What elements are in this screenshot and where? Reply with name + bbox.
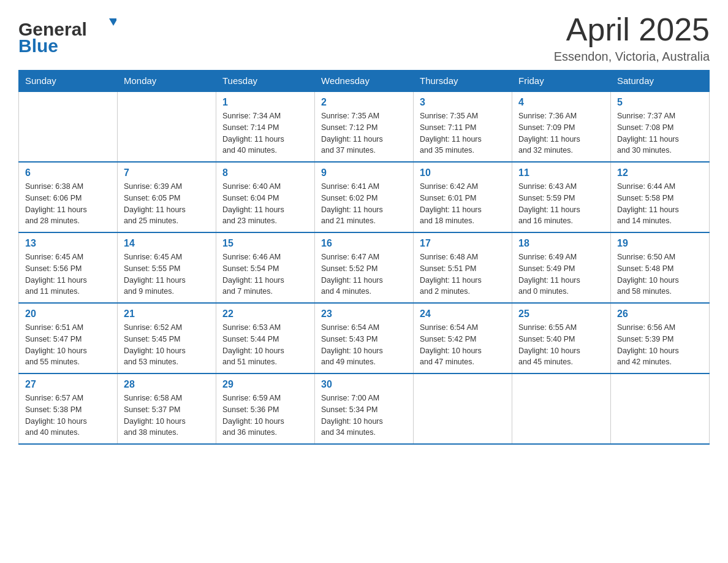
day-number: 23	[321, 308, 407, 320]
calendar-cell: 25Sunrise: 6:55 AMSunset: 5:40 PMDayligh…	[512, 303, 611, 373]
column-header-tuesday: Tuesday	[216, 71, 315, 92]
day-info: Sunrise: 6:42 AMSunset: 6:01 PMDaylight:…	[420, 181, 506, 227]
calendar-cell: 8Sunrise: 6:40 AMSunset: 6:04 PMDaylight…	[216, 162, 315, 232]
calendar-cell: 2Sunrise: 7:35 AMSunset: 7:12 PMDaylight…	[315, 91, 414, 162]
calendar-cell: 5Sunrise: 7:37 AMSunset: 7:08 PMDaylight…	[611, 91, 710, 162]
calendar-cell: 3Sunrise: 7:35 AMSunset: 7:11 PMDaylight…	[414, 91, 512, 162]
calendar-cell: 27Sunrise: 6:57 AMSunset: 5:38 PMDayligh…	[19, 373, 118, 444]
day-number: 11	[518, 167, 604, 178]
day-number: 4	[518, 97, 604, 108]
day-info: Sunrise: 6:53 AMSunset: 5:44 PMDaylight:…	[222, 322, 308, 368]
day-info: Sunrise: 6:51 AMSunset: 5:47 PMDaylight:…	[25, 322, 111, 368]
calendar-cell	[611, 373, 710, 444]
calendar-cell: 7Sunrise: 6:39 AMSunset: 6:05 PMDaylight…	[118, 162, 216, 232]
calendar-cell: 11Sunrise: 6:43 AMSunset: 5:59 PMDayligh…	[512, 162, 611, 232]
day-info: Sunrise: 7:35 AMSunset: 7:11 PMDaylight:…	[420, 110, 506, 156]
location-subtitle: Essendon, Victoria, Australia	[554, 50, 710, 64]
day-number: 9	[321, 167, 407, 178]
month-title: April 2025	[554, 12, 710, 47]
day-info: Sunrise: 7:34 AMSunset: 7:14 PMDaylight:…	[222, 110, 308, 156]
calendar-cell	[118, 91, 216, 162]
day-number: 16	[321, 238, 407, 249]
day-info: Sunrise: 6:52 AMSunset: 5:45 PMDaylight:…	[124, 322, 210, 368]
day-info: Sunrise: 7:00 AMSunset: 5:34 PMDaylight:…	[321, 393, 407, 439]
day-info: Sunrise: 7:36 AMSunset: 7:09 PMDaylight:…	[518, 110, 604, 156]
day-info: Sunrise: 6:58 AMSunset: 5:37 PMDaylight:…	[124, 393, 210, 439]
calendar-cell: 23Sunrise: 6:54 AMSunset: 5:43 PMDayligh…	[315, 303, 414, 373]
day-number: 14	[124, 238, 210, 249]
day-info: Sunrise: 6:55 AMSunset: 5:40 PMDaylight:…	[518, 322, 604, 368]
calendar-table: SundayMondayTuesdayWednesdayThursdayFrid…	[18, 70, 710, 445]
day-number: 27	[25, 379, 111, 390]
day-number: 21	[124, 308, 210, 320]
day-number: 10	[420, 167, 506, 178]
day-number: 29	[222, 379, 308, 390]
calendar-cell: 22Sunrise: 6:53 AMSunset: 5:44 PMDayligh…	[216, 303, 315, 373]
day-number: 3	[420, 97, 506, 108]
day-info: Sunrise: 6:50 AMSunset: 5:48 PMDaylight:…	[617, 251, 703, 297]
calendar-cell: 6Sunrise: 6:38 AMSunset: 6:06 PMDaylight…	[19, 162, 118, 232]
day-number: 5	[617, 97, 703, 108]
day-info: Sunrise: 6:43 AMSunset: 5:59 PMDaylight:…	[518, 181, 604, 227]
calendar-cell	[414, 373, 512, 444]
calendar-week-row: 27Sunrise: 6:57 AMSunset: 5:38 PMDayligh…	[19, 373, 710, 444]
calendar-cell: 1Sunrise: 7:34 AMSunset: 7:14 PMDaylight…	[216, 91, 315, 162]
day-info: Sunrise: 6:59 AMSunset: 5:36 PMDaylight:…	[222, 393, 308, 439]
day-info: Sunrise: 6:45 AMSunset: 5:56 PMDaylight:…	[25, 251, 111, 297]
calendar-cell: 15Sunrise: 6:46 AMSunset: 5:54 PMDayligh…	[216, 232, 315, 303]
day-number: 2	[321, 97, 407, 108]
column-header-thursday: Thursday	[414, 71, 512, 92]
calendar-cell: 17Sunrise: 6:48 AMSunset: 5:51 PMDayligh…	[414, 232, 512, 303]
calendar-cell: 24Sunrise: 6:54 AMSunset: 5:42 PMDayligh…	[414, 303, 512, 373]
day-info: Sunrise: 7:35 AMSunset: 7:12 PMDaylight:…	[321, 110, 407, 156]
calendar-week-row: 1Sunrise: 7:34 AMSunset: 7:14 PMDaylight…	[19, 91, 710, 162]
calendar-cell: 21Sunrise: 6:52 AMSunset: 5:45 PMDayligh…	[118, 303, 216, 373]
calendar-cell: 10Sunrise: 6:42 AMSunset: 6:01 PMDayligh…	[414, 162, 512, 232]
calendar-cell: 18Sunrise: 6:49 AMSunset: 5:49 PMDayligh…	[512, 232, 611, 303]
calendar-cell: 29Sunrise: 6:59 AMSunset: 5:36 PMDayligh…	[216, 373, 315, 444]
calendar-cell: 19Sunrise: 6:50 AMSunset: 5:48 PMDayligh…	[611, 232, 710, 303]
day-number: 28	[124, 379, 210, 390]
day-number: 1	[222, 97, 308, 108]
day-info: Sunrise: 6:44 AMSunset: 5:58 PMDaylight:…	[617, 181, 703, 227]
calendar-cell: 16Sunrise: 6:47 AMSunset: 5:52 PMDayligh…	[315, 232, 414, 303]
column-header-wednesday: Wednesday	[315, 71, 414, 92]
calendar-cell: 9Sunrise: 6:41 AMSunset: 6:02 PMDaylight…	[315, 162, 414, 232]
day-number: 7	[124, 167, 210, 178]
svg-text:Blue: Blue	[18, 36, 58, 55]
calendar-cell: 12Sunrise: 6:44 AMSunset: 5:58 PMDayligh…	[611, 162, 710, 232]
day-info: Sunrise: 6:48 AMSunset: 5:51 PMDaylight:…	[420, 251, 506, 297]
day-number: 24	[420, 308, 506, 320]
calendar-cell: 30Sunrise: 7:00 AMSunset: 5:34 PMDayligh…	[315, 373, 414, 444]
calendar-week-row: 20Sunrise: 6:51 AMSunset: 5:47 PMDayligh…	[19, 303, 710, 373]
page-header: General Blue April 2025 Essendon, Victor…	[18, 12, 710, 64]
calendar-cell: 28Sunrise: 6:58 AMSunset: 5:37 PMDayligh…	[118, 373, 216, 444]
day-info: Sunrise: 6:49 AMSunset: 5:49 PMDaylight:…	[518, 251, 604, 297]
column-header-friday: Friday	[512, 71, 611, 92]
day-info: Sunrise: 6:57 AMSunset: 5:38 PMDaylight:…	[25, 393, 111, 439]
day-number: 13	[25, 238, 111, 249]
day-info: Sunrise: 6:41 AMSunset: 6:02 PMDaylight:…	[321, 181, 407, 227]
calendar-header-row: SundayMondayTuesdayWednesdayThursdayFrid…	[19, 71, 710, 92]
calendar-cell: 14Sunrise: 6:45 AMSunset: 5:55 PMDayligh…	[118, 232, 216, 303]
svg-marker-1	[109, 18, 116, 26]
calendar-cell: 4Sunrise: 7:36 AMSunset: 7:09 PMDaylight…	[512, 91, 611, 162]
column-header-sunday: Sunday	[19, 71, 118, 92]
logo-wordmark: General Blue	[18, 12, 116, 58]
day-info: Sunrise: 6:56 AMSunset: 5:39 PMDaylight:…	[617, 322, 703, 368]
day-info: Sunrise: 6:39 AMSunset: 6:05 PMDaylight:…	[124, 181, 210, 227]
day-info: Sunrise: 7:37 AMSunset: 7:08 PMDaylight:…	[617, 110, 703, 156]
title-area: April 2025 Essendon, Victoria, Australia	[554, 12, 710, 64]
day-number: 18	[518, 238, 604, 249]
calendar-cell: 20Sunrise: 6:51 AMSunset: 5:47 PMDayligh…	[19, 303, 118, 373]
day-number: 30	[321, 379, 407, 390]
day-number: 19	[617, 238, 703, 249]
calendar-cell: 26Sunrise: 6:56 AMSunset: 5:39 PMDayligh…	[611, 303, 710, 373]
calendar-cell	[19, 91, 118, 162]
day-info: Sunrise: 6:38 AMSunset: 6:06 PMDaylight:…	[25, 181, 111, 227]
calendar-week-row: 6Sunrise: 6:38 AMSunset: 6:06 PMDaylight…	[19, 162, 710, 232]
day-info: Sunrise: 6:45 AMSunset: 5:55 PMDaylight:…	[124, 251, 210, 297]
day-info: Sunrise: 6:54 AMSunset: 5:42 PMDaylight:…	[420, 322, 506, 368]
day-number: 15	[222, 238, 308, 249]
logo: General Blue	[18, 12, 116, 58]
